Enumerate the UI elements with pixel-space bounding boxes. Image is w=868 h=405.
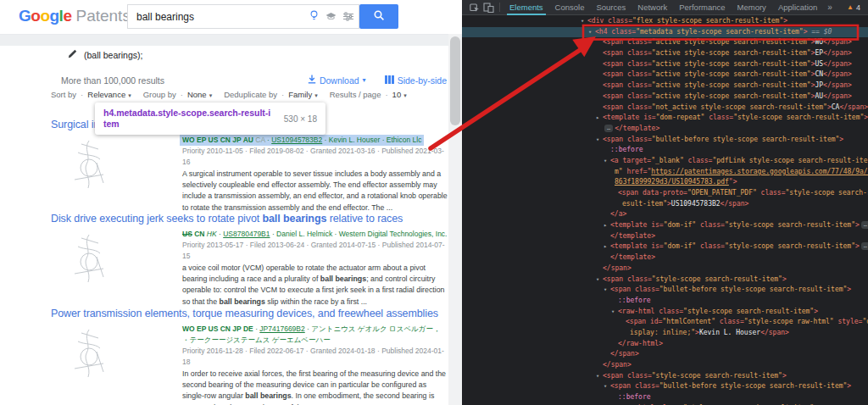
devtools-tree-row[interactable]: ▾<span class="bullet-before style-scope … (462, 285, 868, 296)
expand-arrow-down-icon[interactable]: ▾ (581, 16, 587, 27)
patent-thumbnail[interactable] (66, 137, 112, 191)
devtools-tree-row[interactable]: </span> (462, 264, 868, 275)
devtools-tree-row[interactable]: <span class="active style-scope search-r… (462, 80, 868, 92)
download-button[interactable]: Download ▾ (308, 75, 366, 86)
expand-arrow-down-icon[interactable]: ▾ (604, 285, 610, 296)
devtools-tree-row[interactable]: 863f1899929d3/US10945783.pdf"> (462, 177, 868, 188)
expand-arrow-down-icon[interactable]: ▾ (588, 27, 595, 38)
devtools-tree-row[interactable]: <span data-proto="OPEN_PATENT_PDF" class… (462, 188, 868, 199)
group-by-dropdown[interactable]: None▾ (187, 90, 212, 99)
side-by-side-button[interactable]: Side-by-side (385, 75, 447, 86)
search-result: Disk drive executing jerk seeks to rotat… (51, 213, 449, 308)
query-text: (ball bearings); (84, 50, 142, 60)
devtools-tree-row[interactable]: </template> (462, 231, 868, 242)
code-token: </span> (839, 103, 868, 111)
synonyms-bulb-icon[interactable] (309, 9, 319, 25)
devtools-tree-row[interactable]: ::before (462, 145, 868, 156)
tab-performance[interactable]: Performance (673, 1, 731, 14)
devtools-selected-node[interactable]: ▾<h4 class="metadata style-scope search-… (462, 27, 868, 38)
expand-arrow-right-icon[interactable]: ▸ (604, 241, 610, 252)
devtools-tree-row[interactable]: </a> (462, 209, 868, 220)
devtools-tree-row[interactable]: </span> (462, 349, 868, 360)
result-abstract: A surgical instrument operable to sever … (182, 169, 449, 214)
code-token: > (847, 286, 851, 293)
devtools-tree-row[interactable]: ▾<span class="style-scope search-result-… (462, 371, 868, 382)
devtools-tree-row[interactable]: </raw-html> (462, 339, 868, 350)
code-token: href=" (623, 168, 652, 175)
sort-by-dropdown[interactable]: Relevance▾ (87, 90, 131, 99)
scholar-cap-icon[interactable] (326, 9, 337, 25)
devtools-tree-row[interactable]: esult-item">US10945783B2</span> (462, 199, 868, 210)
devtools-tree-row[interactable]: <span class="active style-scope search-r… (462, 48, 868, 59)
devtools-tree-row[interactable]: </template> (462, 252, 868, 264)
expand-arrow-down-icon[interactable]: ▾ (596, 135, 603, 146)
inline-expand-icon[interactable]: … (604, 125, 613, 132)
tab-console[interactable]: Console (549, 1, 591, 14)
expand-arrow-down-icon[interactable]: ▾ (604, 156, 610, 167)
more-tabs-icon[interactable]: » (823, 3, 837, 12)
inspect-element-icon[interactable] (467, 0, 481, 14)
search-button[interactable] (359, 4, 398, 29)
devtools-tree-row[interactable]: isplay: inline;">Kevin L. Houser</span> (462, 328, 868, 339)
title-text: Power transmission elements, torque meas… (51, 308, 438, 319)
devtools-tree-row[interactable]: m" href="https://patentimages.storage.go… (462, 167, 868, 178)
devtools-tree-row[interactable]: ▾<div class="flex style-scope search-res… (462, 16, 868, 27)
code-token: <span class= (603, 136, 652, 143)
expand-arrow-down-icon[interactable]: ▾ (611, 307, 618, 318)
result-dates: Priority 2010-11-05 · Filed 2019-08-02 ·… (182, 146, 449, 169)
devtools-tree-row[interactable]: ▸<template is="dom-repeat" class="style-… (462, 113, 868, 124)
devtools-tree-row[interactable]: ▾<span class="style-scope search-result-… (462, 275, 868, 286)
expand-arrow-right-icon[interactable]: ▸ (604, 220, 610, 231)
devtools-tree-row[interactable]: </span> (462, 360, 868, 371)
devtools-tree-row[interactable]: <span class="active style-scope search-r… (462, 69, 868, 80)
publication-number-link[interactable]: JP7417669B2 (259, 325, 304, 333)
devtools-tree-row[interactable]: <span class="not_active style-scope sear… (462, 103, 868, 114)
tab-memory[interactable]: Memory (732, 1, 772, 14)
results-per-page-dropdown[interactable]: 10▾ (392, 90, 407, 99)
issues-warning-badge[interactable]: ▲ 4 (847, 3, 860, 12)
inline-expand-icon[interactable]: … (861, 242, 868, 250)
settings-sliders-icon[interactable] (343, 9, 353, 25)
code-token: <span class= (603, 60, 652, 68)
google-patents-logo[interactable]: GooglePatents (19, 7, 131, 25)
devtools-tree-row[interactable]: <span class="active style-scope search-r… (462, 59, 868, 70)
result-title-link[interactable]: Disk drive executing jerk seeks to rotat… (51, 213, 449, 226)
tab-application[interactable]: Application (772, 1, 823, 14)
publication-number-link[interactable]: US8780479B1 (223, 230, 270, 238)
devtools-tree-row[interactable]: ▸<template is="dom-if" class="style-scop… (462, 220, 868, 231)
abstract-text: ball bearings (245, 391, 291, 400)
expand-arrow-down-icon[interactable]: ▾ (596, 371, 603, 382)
expand-arrow-right-icon[interactable]: ▸ (596, 113, 603, 124)
devtools-tree-row[interactable]: ▾<raw-html class="style-scope search-res… (462, 307, 868, 318)
search-input[interactable] (128, 5, 298, 28)
expand-arrow-down-icon[interactable]: ▾ (604, 381, 610, 392)
expand-arrow-down-icon[interactable]: ▾ (596, 275, 603, 286)
result-title-link[interactable]: Power transmission elements, torque meas… (51, 308, 449, 321)
tab-elements[interactable]: Elements (504, 1, 549, 14)
devtools-tree-row[interactable]: ▸<template is="dom-if" class="style-scop… (462, 241, 868, 252)
devtools-tree-row[interactable]: ▾<span class="bullet-before style-scope … (462, 135, 868, 146)
devtools-tree-row[interactable]: …</template> (462, 124, 868, 135)
scrollbar-thumb[interactable] (450, 36, 460, 125)
patent-thumbnail[interactable] (66, 326, 112, 380)
code-token: </span> (823, 70, 852, 78)
patent-thumbnail[interactable] (66, 231, 112, 286)
inline-expand-icon[interactable]: … (861, 221, 868, 229)
code-token: </template> (615, 125, 659, 132)
tab-sources[interactable]: Sources (590, 1, 632, 14)
devtools-tree-row[interactable]: <span id="htmlContent" class="style-scop… (462, 317, 868, 328)
page-scrollbar[interactable] (448, 34, 462, 405)
deduplicate-by-dropdown[interactable]: Family▾ (288, 90, 318, 99)
code-token: == $0 (807, 28, 832, 36)
code-token: </a> (610, 210, 626, 218)
devtools-tree-row[interactable]: ▾<span class="bullet-before style-scope … (462, 381, 868, 392)
tab-network[interactable]: Network (632, 1, 673, 14)
device-toolbar-icon[interactable] (481, 0, 496, 14)
devtools-tree-row[interactable]: ::before (462, 392, 868, 403)
publication-number-link[interactable]: US10945783B2 (271, 136, 322, 144)
devtools-tree-row[interactable]: <span class="active style-scope search-r… (462, 92, 868, 103)
devtools-tree-row[interactable]: ▾<a target="_blank" class="pdfLink style… (462, 156, 868, 167)
edit-pencil-icon[interactable] (68, 49, 77, 60)
devtools-tree-row[interactable]: ::before (462, 296, 868, 307)
devtools-tree-row[interactable]: <span class="active style-scope search-r… (462, 37, 868, 48)
